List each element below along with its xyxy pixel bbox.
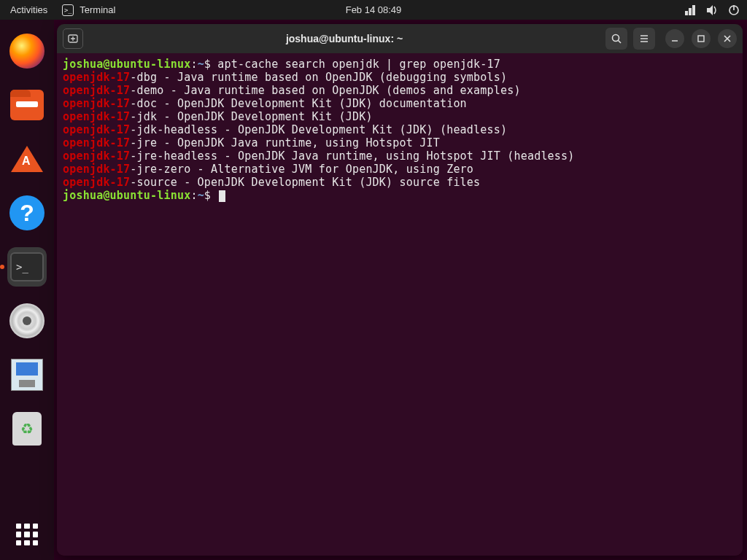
- terminal-window: joshua@ubuntu-linux: ~ joshua@ubuntu-lin…: [57, 24, 743, 556]
- volume-icon[interactable]: [706, 4, 718, 16]
- titlebar[interactable]: joshua@ubuntu-linux: ~: [57, 24, 743, 53]
- files-icon: [10, 90, 44, 120]
- trash-icon: ♻: [12, 412, 42, 446]
- close-icon: [723, 34, 732, 43]
- network-icon[interactable]: [684, 4, 696, 16]
- dock: ? >_ ♻: [0, 20, 54, 560]
- software-icon: [11, 146, 43, 172]
- svg-rect-0: [685, 11, 688, 15]
- maximize-icon: [697, 34, 705, 43]
- disc-icon: [9, 303, 44, 338]
- svg-rect-2: [692, 5, 695, 15]
- svg-rect-1: [689, 8, 692, 15]
- dock-help[interactable]: ?: [7, 193, 47, 233]
- minimize-icon: [670, 34, 679, 43]
- terminal-output[interactable]: joshua@ubuntu-linux:~$ apt-cache search …: [57, 53, 743, 556]
- dock-trash[interactable]: ♻: [7, 409, 47, 448]
- app-menu-label: Terminal: [80, 4, 115, 15]
- system-tray[interactable]: [684, 4, 740, 16]
- help-icon: ?: [9, 195, 44, 230]
- svg-rect-15: [698, 36, 704, 42]
- new-tab-button[interactable]: [63, 28, 83, 49]
- firefox-icon: [9, 34, 44, 69]
- dock-software[interactable]: [7, 139, 47, 179]
- terminal-icon: >_: [10, 252, 44, 281]
- clock[interactable]: Feb 14 08:49: [346, 4, 402, 15]
- svg-line-10: [619, 41, 622, 44]
- power-icon[interactable]: [728, 4, 740, 16]
- svg-point-9: [613, 35, 619, 42]
- app-menu[interactable]: >_ Terminal: [58, 4, 120, 16]
- dock-floppy[interactable]: [7, 355, 47, 394]
- top-panel: Activities >_ Terminal Feb 14 08:49: [0, 0, 747, 20]
- show-applications-button[interactable]: [0, 524, 54, 545]
- apps-grid-icon: [16, 524, 38, 545]
- dock-disc[interactable]: [7, 301, 47, 341]
- hamburger-menu-button[interactable]: [633, 28, 655, 50]
- dock-firefox[interactable]: [7, 31, 47, 71]
- dock-files[interactable]: [7, 85, 47, 125]
- svg-marker-3: [707, 5, 713, 15]
- dock-terminal[interactable]: >_: [7, 247, 47, 287]
- close-button[interactable]: [718, 29, 737, 48]
- terminal-mini-icon: >_: [62, 4, 74, 16]
- search-button[interactable]: [605, 28, 627, 50]
- minimize-button[interactable]: [665, 29, 684, 48]
- search-icon: [611, 33, 622, 44]
- floppy-icon: [11, 359, 43, 391]
- activities-button[interactable]: Activities: [0, 4, 58, 15]
- hamburger-icon: [638, 33, 650, 44]
- new-tab-icon: [67, 33, 79, 44]
- maximize-button[interactable]: [692, 29, 711, 48]
- window-title: joshua@ubuntu-linux: ~: [89, 33, 600, 44]
